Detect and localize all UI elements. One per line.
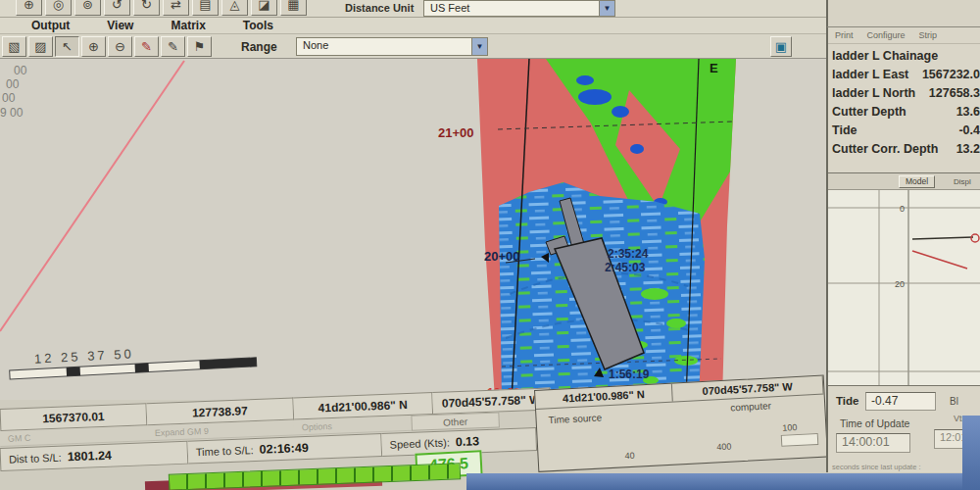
shoal-spot xyxy=(641,288,668,300)
deep-spot xyxy=(612,106,629,118)
dist-to-sl-label: Dist to S/L: xyxy=(9,452,62,466)
tide-row: Tide -0.47 Bl xyxy=(828,392,980,414)
readout-label: ladder L East xyxy=(832,68,922,81)
profile-chart: 0 20 xyxy=(828,190,980,385)
desktop-edge xyxy=(466,473,980,490)
toolbar-icon-3[interactable]: ⊚ xyxy=(74,0,101,16)
readout-row: ladder L North 127658.3 xyxy=(828,83,980,102)
corner-time: 9 00 xyxy=(0,106,24,120)
overlay-axis-400: 400 xyxy=(716,442,732,453)
profile-window: Model Displ 0 20 xyxy=(828,172,980,386)
readout-label: ladder L Chainage xyxy=(832,49,980,63)
corner-time: 00 xyxy=(2,91,16,105)
menu-view[interactable]: View xyxy=(107,19,133,32)
range-dropdown[interactable]: None ▼ xyxy=(296,37,488,56)
overlay-value-box xyxy=(781,433,819,447)
profile-header: Model Displ xyxy=(828,173,980,190)
speed-label: Speed (Kts): xyxy=(389,436,450,450)
desktop-edge xyxy=(962,416,980,490)
toolbar-icon-9[interactable]: ◪ xyxy=(251,0,277,16)
toolbar-icon-5[interactable]: ↻ xyxy=(133,0,160,16)
readout-row: ladder L Chainage xyxy=(828,46,980,65)
track-time-3: 1:56:19 xyxy=(609,368,650,381)
corner-time: 00 xyxy=(6,77,20,91)
dist-to-sl-value: 1801.24 xyxy=(67,449,112,465)
distance-unit-value: US Feet xyxy=(424,1,599,16)
shoal-spot xyxy=(666,318,686,328)
deep-spot xyxy=(578,89,612,105)
menu-output[interactable]: Output xyxy=(31,19,70,32)
distance-unit-dropdown[interactable]: US Feet ▼ xyxy=(423,0,615,17)
readout-label: Cutter Depth xyxy=(832,105,956,119)
range-value: None xyxy=(297,38,471,55)
east-label: E xyxy=(710,61,718,75)
matrix-view-icon[interactable]: ▣ xyxy=(770,36,792,57)
time-to-sl-label: Time to S/L: xyxy=(196,444,254,458)
panel-menu-print[interactable]: Print xyxy=(835,30,854,40)
corner-time: 00 xyxy=(14,64,27,77)
panel-menu-configure[interactable]: Configure xyxy=(867,30,906,40)
map-icon-1[interactable]: ▧ xyxy=(2,36,26,57)
chevron-down-icon[interactable]: ▼ xyxy=(599,1,614,16)
readout-label: ladder L North xyxy=(832,86,929,100)
tide-field[interactable]: -0.47 xyxy=(865,392,936,411)
toolbar-icon-7[interactable]: ▤ xyxy=(192,0,219,16)
profile-axis-0: 0 xyxy=(900,204,905,214)
toolbar-icon-4[interactable]: ↺ xyxy=(104,0,130,16)
readout-row: Tide -0.4 xyxy=(828,121,980,139)
panel-readouts: ladder L Chainage ladder L East 1567232.… xyxy=(828,44,980,158)
track-time-1: 2:35:24 xyxy=(608,247,649,261)
display-label: Displ xyxy=(954,177,971,186)
top-toolbar-icons: ⊕ ◎ ⊚ ↺ ↻ ⇄ ▤ ◬ ◪ ▦ xyxy=(16,0,307,16)
time-of-update-label: Time of Update xyxy=(840,417,909,429)
track-time-2: 2:45:03 xyxy=(605,261,646,274)
time-to-sl-value: 02:16:49 xyxy=(259,441,309,457)
chainage-label-21: 21+00 xyxy=(438,125,474,140)
toolbar-icon-1[interactable]: ⊕ xyxy=(16,0,42,16)
readout-label: Tide xyxy=(832,123,958,137)
speed-value: 0.13 xyxy=(456,434,480,449)
chevron-down-icon[interactable]: ▼ xyxy=(471,38,487,55)
overlay-axis-100: 100 xyxy=(782,422,798,433)
overlay-axis-40: 40 xyxy=(624,451,635,462)
map-icon-2[interactable]: ▨ xyxy=(28,36,53,57)
panel-menu: Print Configure Strip xyxy=(828,27,980,44)
distance-unit-label: Distance Unit xyxy=(345,2,414,14)
update-footer-text: seconds since last update : xyxy=(832,463,920,471)
readout-value: 13.2 xyxy=(956,142,980,156)
toolbar-icon-8[interactable]: ◬ xyxy=(221,0,248,16)
tide-label: Tide xyxy=(836,395,858,407)
time-source-label: Time source xyxy=(548,412,602,425)
readout-row: Cutter Depth 13.6 xyxy=(828,102,980,121)
cursor-icon[interactable]: ↖ xyxy=(55,36,79,57)
red-pencil-icon[interactable]: ✎ xyxy=(134,36,159,57)
readout-value: 127658.3 xyxy=(929,86,980,100)
map-toolbar-icons: ▧ ▨ ↖ ⊕ ⊖ ✎ ✎ ⚑ xyxy=(2,36,212,57)
time-source-value: computer xyxy=(730,400,771,413)
toolbar-icon-6[interactable]: ⇄ xyxy=(163,0,189,16)
dredgepack-screen: ⊕ ◎ ⊚ ↺ ↻ ⇄ ▤ ◬ ◪ ▦ Distance Unit US Fee… xyxy=(0,0,980,490)
time-source-window: 41d21'00.986" N 070d45'57.758" W Time so… xyxy=(534,375,828,472)
deep-spot xyxy=(630,144,644,154)
menu-tools[interactable]: Tools xyxy=(243,19,273,32)
readout-row: Cutter Corr. Depth 13.2 xyxy=(828,139,980,158)
zoom-in-icon[interactable]: ⊕ xyxy=(81,36,106,57)
range-label: Range xyxy=(241,40,277,54)
toolbar-icon-10[interactable]: ▦ xyxy=(280,0,307,16)
model-button[interactable]: Model xyxy=(899,175,935,188)
toolbar-icon-2[interactable]: ◎ xyxy=(45,0,72,16)
pencil-icon[interactable]: ✎ xyxy=(161,36,185,57)
readout-label: Cutter Corr. Depth xyxy=(832,142,956,156)
readout-value: 1567232.0 xyxy=(922,68,980,81)
menu-matrix[interactable]: Matrix xyxy=(171,19,205,32)
readout-row: ladder L East 1567232.0 xyxy=(828,65,980,83)
time-of-update-field[interactable]: 14:00:01 xyxy=(836,433,910,453)
flag-cursor-icon[interactable]: ⚑ xyxy=(187,36,212,57)
zoom-out-icon[interactable]: ⊖ xyxy=(108,36,132,57)
panel-menu-strip[interactable]: Strip xyxy=(919,30,938,40)
map-canvas[interactable]: 00 00 00 9 00 xyxy=(0,59,828,400)
chainage-label-20: 20+00 xyxy=(484,249,520,264)
profile-axis-20: 20 xyxy=(895,279,905,289)
data-display-panel: Print Configure Strip ladder L Chainage … xyxy=(826,27,980,472)
deep-spot xyxy=(576,75,594,85)
